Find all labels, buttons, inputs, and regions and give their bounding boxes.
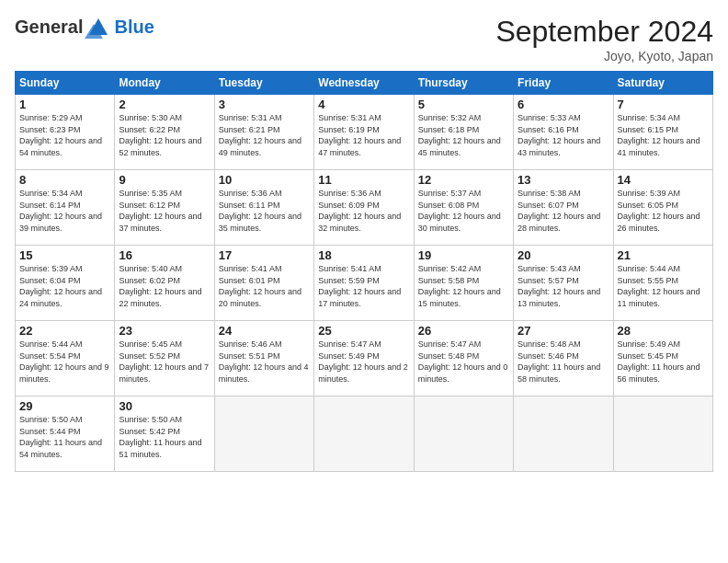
- calendar-header-row: Sunday Monday Tuesday Wednesday Thursday…: [16, 72, 713, 95]
- table-row: [514, 396, 613, 472]
- day-number: 23: [119, 324, 210, 338]
- table-row: 5Sunrise: 5:32 AMSunset: 6:18 PMDaylight…: [414, 95, 513, 170]
- col-monday: Monday: [115, 72, 214, 95]
- day-number: 2: [119, 98, 210, 111]
- col-wednesday: Wednesday: [314, 72, 414, 95]
- calendar-row: 22Sunrise: 5:44 AMSunset: 5:54 PMDayligh…: [16, 321, 713, 396]
- table-row: [414, 396, 513, 472]
- table-row: 3Sunrise: 5:31 AMSunset: 6:21 PMDaylight…: [214, 95, 313, 170]
- day-info: Sunrise: 5:37 AMSunset: 6:08 PMDaylight:…: [418, 188, 509, 234]
- day-number: 16: [119, 248, 210, 262]
- day-info: Sunrise: 5:46 AMSunset: 5:51 PMDaylight:…: [219, 339, 310, 385]
- table-row: 24Sunrise: 5:46 AMSunset: 5:51 PMDayligh…: [214, 321, 313, 396]
- day-info: Sunrise: 5:39 AMSunset: 6:05 PMDaylight:…: [618, 188, 709, 234]
- table-row: 4Sunrise: 5:31 AMSunset: 6:19 PMDaylight…: [314, 95, 414, 170]
- day-number: 14: [618, 173, 709, 187]
- day-number: 9: [119, 173, 210, 187]
- day-number: 8: [19, 173, 110, 187]
- day-number: 4: [318, 98, 409, 111]
- day-number: 15: [19, 248, 110, 262]
- table-row: 27Sunrise: 5:48 AMSunset: 5:46 PMDayligh…: [514, 321, 613, 396]
- table-row: 6Sunrise: 5:33 AMSunset: 6:16 PMDaylight…: [514, 95, 613, 170]
- day-info: Sunrise: 5:35 AMSunset: 6:12 PMDaylight:…: [119, 188, 210, 234]
- day-info: Sunrise: 5:43 AMSunset: 5:57 PMDaylight:…: [518, 263, 609, 309]
- table-row: [314, 396, 414, 472]
- day-info: Sunrise: 5:38 AMSunset: 6:07 PMDaylight:…: [518, 188, 609, 234]
- day-number: 7: [618, 98, 709, 111]
- table-row: 8Sunrise: 5:34 AMSunset: 6:14 PMDaylight…: [16, 170, 115, 246]
- day-number: 11: [318, 173, 409, 187]
- day-number: 6: [518, 98, 609, 111]
- table-row: [613, 396, 712, 472]
- table-row: 12Sunrise: 5:37 AMSunset: 6:08 PMDayligh…: [414, 170, 513, 246]
- day-number: 27: [518, 324, 609, 338]
- day-number: 29: [19, 399, 110, 413]
- logo-blue: Blue: [114, 17, 154, 38]
- day-number: 10: [219, 173, 310, 187]
- day-info: Sunrise: 5:50 AMSunset: 5:44 PMDaylight:…: [19, 414, 110, 460]
- table-row: 2Sunrise: 5:30 AMSunset: 6:22 PMDaylight…: [115, 95, 214, 170]
- header: General Blue September 2024 Joyo, Kyoto,…: [15, 15, 713, 63]
- day-info: Sunrise: 5:41 AMSunset: 5:59 PMDaylight:…: [318, 263, 409, 309]
- day-info: Sunrise: 5:50 AMSunset: 5:42 PMDaylight:…: [119, 414, 210, 460]
- day-info: Sunrise: 5:29 AMSunset: 6:23 PMDaylight:…: [19, 112, 110, 158]
- day-number: 26: [418, 324, 509, 338]
- logo-text: General Blue: [15, 15, 154, 39]
- table-row: 14Sunrise: 5:39 AMSunset: 6:05 PMDayligh…: [613, 170, 712, 246]
- calendar-row: 15Sunrise: 5:39 AMSunset: 6:04 PMDayligh…: [16, 246, 713, 321]
- table-row: 25Sunrise: 5:47 AMSunset: 5:49 PMDayligh…: [314, 321, 414, 396]
- day-number: 21: [618, 248, 709, 262]
- table-row: 28Sunrise: 5:49 AMSunset: 5:45 PMDayligh…: [613, 321, 712, 396]
- day-number: 1: [19, 98, 110, 111]
- day-info: Sunrise: 5:31 AMSunset: 6:21 PMDaylight:…: [219, 112, 310, 158]
- day-info: Sunrise: 5:32 AMSunset: 6:18 PMDaylight:…: [418, 112, 509, 158]
- month-title: September 2024: [495, 15, 713, 49]
- day-info: Sunrise: 5:48 AMSunset: 5:46 PMDaylight:…: [518, 339, 609, 385]
- table-row: 18Sunrise: 5:41 AMSunset: 5:59 PMDayligh…: [314, 246, 414, 321]
- day-number: 17: [219, 248, 310, 262]
- day-number: 24: [219, 324, 310, 338]
- day-info: Sunrise: 5:30 AMSunset: 6:22 PMDaylight:…: [119, 112, 210, 158]
- day-number: 5: [418, 98, 509, 111]
- table-row: 11Sunrise: 5:36 AMSunset: 6:09 PMDayligh…: [314, 170, 414, 246]
- calendar-row: 1Sunrise: 5:29 AMSunset: 6:23 PMDaylight…: [16, 95, 713, 170]
- logo-icon: [85, 15, 112, 39]
- calendar-row: 8Sunrise: 5:34 AMSunset: 6:14 PMDaylight…: [16, 170, 713, 246]
- table-row: 1Sunrise: 5:29 AMSunset: 6:23 PMDaylight…: [16, 95, 115, 170]
- day-number: 28: [618, 324, 709, 338]
- table-row: 30Sunrise: 5:50 AMSunset: 5:42 PMDayligh…: [115, 396, 214, 472]
- day-info: Sunrise: 5:34 AMSunset: 6:15 PMDaylight:…: [618, 112, 709, 158]
- table-row: 29Sunrise: 5:50 AMSunset: 5:44 PMDayligh…: [16, 396, 115, 472]
- table-row: 7Sunrise: 5:34 AMSunset: 6:15 PMDaylight…: [613, 95, 712, 170]
- location: Joyo, Kyoto, Japan: [495, 49, 713, 63]
- day-number: 25: [318, 324, 409, 338]
- col-thursday: Thursday: [414, 72, 513, 95]
- table-row: 19Sunrise: 5:42 AMSunset: 5:58 PMDayligh…: [414, 246, 513, 321]
- table-row: 16Sunrise: 5:40 AMSunset: 6:02 PMDayligh…: [115, 246, 214, 321]
- table-row: 21Sunrise: 5:44 AMSunset: 5:55 PMDayligh…: [613, 246, 712, 321]
- day-info: Sunrise: 5:47 AMSunset: 5:48 PMDaylight:…: [418, 339, 509, 385]
- day-number: 19: [418, 248, 509, 262]
- day-info: Sunrise: 5:47 AMSunset: 5:49 PMDaylight:…: [318, 339, 409, 385]
- day-info: Sunrise: 5:36 AMSunset: 6:11 PMDaylight:…: [219, 188, 310, 234]
- table-row: 10Sunrise: 5:36 AMSunset: 6:11 PMDayligh…: [214, 170, 313, 246]
- table-row: 15Sunrise: 5:39 AMSunset: 6:04 PMDayligh…: [16, 246, 115, 321]
- day-number: 18: [318, 248, 409, 262]
- table-row: 9Sunrise: 5:35 AMSunset: 6:12 PMDaylight…: [115, 170, 214, 246]
- day-info: Sunrise: 5:39 AMSunset: 6:04 PMDaylight:…: [19, 263, 110, 309]
- col-saturday: Saturday: [613, 72, 712, 95]
- day-info: Sunrise: 5:33 AMSunset: 6:16 PMDaylight:…: [518, 112, 609, 158]
- day-info: Sunrise: 5:31 AMSunset: 6:19 PMDaylight:…: [318, 112, 409, 158]
- day-info: Sunrise: 5:44 AMSunset: 5:54 PMDaylight:…: [19, 339, 110, 385]
- day-info: Sunrise: 5:40 AMSunset: 6:02 PMDaylight:…: [119, 263, 210, 309]
- logo-general: General: [15, 17, 83, 38]
- day-number: 13: [518, 173, 609, 187]
- table-row: 26Sunrise: 5:47 AMSunset: 5:48 PMDayligh…: [414, 321, 513, 396]
- day-info: Sunrise: 5:42 AMSunset: 5:58 PMDaylight:…: [418, 263, 509, 309]
- day-number: 3: [219, 98, 310, 111]
- calendar-row: 29Sunrise: 5:50 AMSunset: 5:44 PMDayligh…: [16, 396, 713, 472]
- day-number: 12: [418, 173, 509, 187]
- calendar-table: Sunday Monday Tuesday Wednesday Thursday…: [15, 71, 713, 472]
- title-block: September 2024 Joyo, Kyoto, Japan: [495, 15, 713, 63]
- day-info: Sunrise: 5:44 AMSunset: 5:55 PMDaylight:…: [618, 263, 709, 309]
